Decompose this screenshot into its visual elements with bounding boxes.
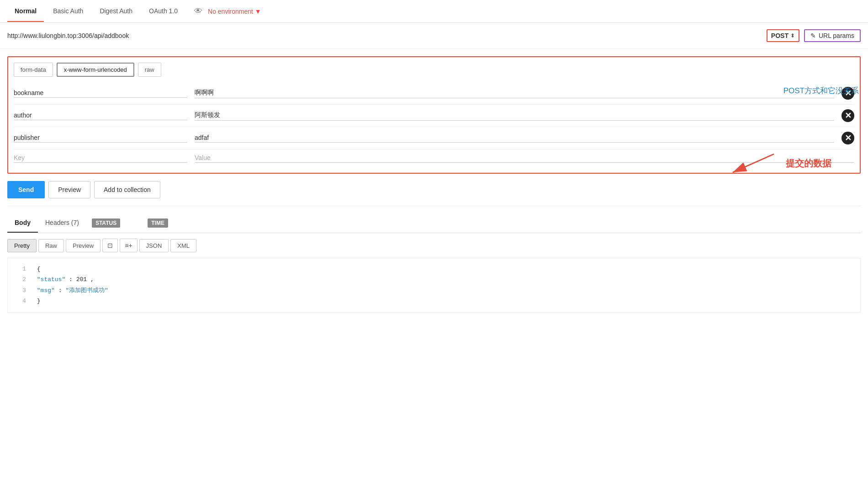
url-params-button[interactable]: ✎ URL params <box>804 29 861 42</box>
response-code-block: 1 { 2 "status" : 201 , 3 "msg" : "添加图书成功… <box>7 258 861 313</box>
resp-tab-body[interactable]: Body <box>7 213 38 233</box>
preview-button[interactable]: Preview <box>48 181 90 198</box>
nav-tab-normal[interactable]: Normal <box>7 1 44 22</box>
format-tabs: Pretty Raw Preview ⊡ ≡+ JSON XML <box>7 239 861 252</box>
nav-tab-oauth[interactable]: OAuth 1.0 <box>142 1 185 22</box>
form-row-bookname: bookname 啊啊啊 <box>14 82 854 105</box>
delete-publisher-button[interactable] <box>842 132 854 144</box>
key-placeholder[interactable]: Key <box>14 154 187 163</box>
fmt-tab-raw[interactable]: Raw <box>38 239 64 252</box>
annotation-text: 提交的数据 <box>786 157 831 170</box>
nav-tab-digest-auth[interactable]: Digest Auth <box>92 1 140 22</box>
fmt-tab-preview[interactable]: Preview <box>66 239 101 252</box>
method-label: POST <box>771 32 789 39</box>
post-note: POST方式和它没关系 <box>783 85 859 96</box>
action-buttons: Send Preview Add to collection <box>7 181 861 206</box>
body-type-tabs: form-data x-www-form-urlencoded raw <box>14 63 854 77</box>
environment-selector[interactable]: No environment ▼ <box>208 8 261 15</box>
time-badge: TIME <box>148 218 168 228</box>
fmt-type-json[interactable]: JSON <box>139 239 169 252</box>
body-tab-urlencoded[interactable]: x-www-form-urlencoded <box>57 63 134 77</box>
nav-tab-basic-auth[interactable]: Basic Auth <box>46 1 90 22</box>
fmt-tab-pretty[interactable]: Pretty <box>7 239 37 252</box>
key-bookname: bookname <box>14 89 187 98</box>
format-icon[interactable]: ≡+ <box>120 239 137 252</box>
response-tabs: Body Headers (7) STATUS 200 OK TIME 28 m… <box>7 213 861 233</box>
value-publisher: adfaf <box>195 134 834 143</box>
key-author: author <box>14 112 187 120</box>
code-line-2: 2 "status" : 201 , <box>15 274 853 285</box>
annotation-area: 提交的数据 <box>724 149 831 177</box>
delete-author-button[interactable] <box>842 109 854 122</box>
status-badge: STATUS <box>92 218 120 228</box>
response-section: Body Headers (7) STATUS 200 OK TIME 28 m… <box>7 213 861 313</box>
code-line-4: 4 } <box>15 296 853 306</box>
fmt-type-xml[interactable]: XML <box>170 239 196 252</box>
top-nav: Normal Basic Auth Digest Auth OAuth 1.0 … <box>0 0 868 23</box>
value-author: 阿斯顿发 <box>195 111 834 121</box>
url-bar: POST ⬍ ✎ URL params <box>0 23 868 49</box>
code-line-1: 1 { <box>15 264 853 274</box>
eye-icon[interactable]: 👁 <box>194 6 202 16</box>
code-line-3: 3 "msg" : "添加图书成功" <box>15 285 853 296</box>
status-value: 200 OK <box>123 220 143 227</box>
body-tab-form-data[interactable]: form-data <box>14 63 53 77</box>
key-publisher: publisher <box>14 134 187 143</box>
body-tab-raw[interactable]: raw <box>138 63 161 77</box>
url-input[interactable] <box>7 32 762 39</box>
method-dropdown-arrow: ⬍ <box>790 32 795 39</box>
time-value: 28 ms <box>171 220 187 227</box>
send-button[interactable]: Send <box>7 181 45 198</box>
copy-icon[interactable]: ⊡ <box>102 239 118 252</box>
red-arrow-icon <box>724 149 778 177</box>
form-row-author: author 阿斯顿发 <box>14 105 854 127</box>
resp-tab-headers[interactable]: Headers (7) <box>38 213 86 233</box>
form-row-publisher: publisher adfaf <box>14 127 854 149</box>
value-bookname: 啊啊啊 <box>195 89 834 98</box>
svg-line-1 <box>733 154 774 172</box>
add-to-collection-button[interactable]: Add to collection <box>94 181 160 198</box>
method-selector[interactable]: POST ⬍ <box>767 29 799 42</box>
params-icon: ✎ <box>810 32 816 39</box>
